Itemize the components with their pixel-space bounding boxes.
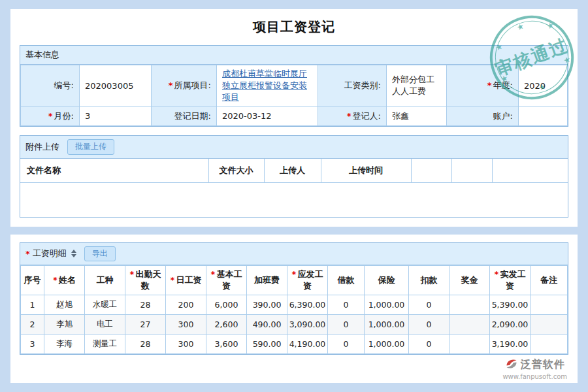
wage-cell: 2,600	[206, 315, 247, 335]
wage-cell: 2	[21, 315, 44, 335]
registrant-value: 张鑫	[387, 106, 447, 126]
attachments-column-header	[411, 159, 451, 183]
wage-cell: 1,000.00	[365, 335, 409, 354]
wage-column-header: *实发工资	[490, 266, 531, 295]
attachments-column-header	[492, 159, 568, 183]
wage-column-header: *基本工资	[206, 266, 247, 295]
wage-cell: 4,190.00	[287, 335, 328, 354]
wage-cell: 赵旭	[44, 295, 85, 315]
wage-cell: 200	[166, 295, 206, 315]
wage-cell: 28	[125, 335, 166, 354]
wage-column-header: *姓名	[44, 266, 85, 295]
required-marker: *	[347, 111, 351, 121]
wage-cell: 0	[328, 335, 365, 354]
project-link[interactable]: 成都杜甫草堂临时展厅独立展柜报警设备安装项目	[222, 69, 307, 102]
wage-cell: 27	[125, 315, 166, 335]
wage-cell: 0	[409, 315, 449, 335]
reg-date-value: 2020-03-12	[217, 106, 318, 126]
year-value: 2020	[519, 65, 568, 106]
sort-toggle-icon[interactable]	[71, 250, 76, 257]
brand-line: 泛普软件	[502, 357, 567, 372]
wage-table-body: 1赵旭水暖工282006,000390.006,390.0001,000.000…	[21, 295, 568, 354]
wage-cell: 0	[328, 315, 365, 335]
wage-column-header: 加班费	[247, 266, 287, 295]
wage-cell	[531, 315, 568, 335]
account-label: 账户:	[447, 106, 519, 126]
wage-column-header: *出勤天数	[125, 266, 166, 295]
required-marker: *	[495, 269, 499, 279]
wage-cell	[531, 295, 568, 315]
wage-details-panel-header: * 工资明细 导出	[20, 243, 568, 266]
wage-cell: 590.00	[247, 335, 287, 354]
wage-cell: 水暖工	[85, 295, 125, 315]
wage-column-header: *日工资	[166, 266, 206, 295]
wage-cell: 李旭	[44, 315, 85, 335]
attachments-column-header	[451, 159, 492, 183]
wage-column-header: 备注	[531, 266, 568, 295]
required-marker: *	[25, 249, 30, 259]
wage-cell	[449, 335, 490, 354]
wage-row[interactable]: 3李海测量工283003,600590.004,190.0001,000.000…	[21, 335, 568, 354]
wage-cell: 300	[166, 315, 206, 335]
wage-cell: 6,390.00	[287, 295, 328, 315]
wage-column-header: 工种	[85, 266, 125, 295]
attachments-column-header: 文件大小	[208, 159, 264, 183]
basic-info-row: *月份: 3 登记日期: 2020-03-12 *登记人: 张鑫 账户:	[21, 106, 568, 126]
wage-column-header: 扣款	[409, 266, 449, 295]
bottom-section: * 工资明细 导出 序号*姓名工种*出勤天数*日工资*基本工资加班费*应发工资借…	[10, 235, 578, 383]
required-marker: *	[211, 269, 216, 279]
wage-cell: 6,000	[206, 295, 247, 315]
attachments-panel: 附件上传 批量上传 文件名称文件大小上传人上传时间	[20, 135, 568, 218]
wage-cell: 300	[166, 335, 206, 354]
export-button[interactable]: 导出	[84, 246, 116, 262]
top-section: 项目工资登记 基本信息 编号: 202003005 *所属项目: 成都杜甫草堂临…	[10, 9, 578, 227]
wage-cell: 2,090.00	[490, 315, 531, 335]
wage-cell: 3,600	[206, 335, 247, 354]
month-label: *月份:	[21, 106, 80, 126]
number-label: 编号:	[21, 65, 80, 106]
required-marker: *	[292, 269, 297, 279]
required-marker: *	[53, 275, 57, 285]
required-marker: *	[48, 111, 53, 121]
reg-date-label: 登记日期:	[152, 106, 217, 126]
wage-details-panel: * 工资明细 导出 序号*姓名工种*出勤天数*日工资*基本工资加班费*应发工资借…	[20, 242, 568, 355]
required-marker: *	[171, 275, 175, 285]
wage-details-title: 工资明细	[33, 248, 67, 259]
attachments-panel-header: 附件上传 批量上传	[20, 136, 568, 159]
wage-cell: 3,190.00	[490, 335, 531, 354]
project-value: 成都杜甫草堂临时展厅独立展柜报警设备安装项目	[217, 65, 318, 106]
wage-cell: 0	[328, 295, 365, 315]
wage-cell: 0	[409, 295, 449, 315]
fanpu-logo-icon	[505, 357, 518, 372]
wage-row[interactable]: 1赵旭水暖工282006,000390.006,390.0001,000.000…	[21, 295, 568, 315]
wage-cell: 测量工	[85, 335, 125, 354]
wage-column-header: 保险	[365, 266, 409, 295]
attachments-column-header: 上传人	[264, 159, 321, 183]
account-value	[519, 106, 568, 126]
month-value: 3	[80, 106, 152, 126]
page-title: 项目工资登记	[20, 18, 568, 36]
wage-cell: 5,390.00	[490, 295, 531, 315]
wage-cell: 490.00	[247, 315, 287, 335]
wage-header-row: 序号*姓名工种*出勤天数*日工资*基本工资加班费*应发工资借款保险扣款奖金*实发…	[21, 266, 568, 295]
wage-cell	[531, 335, 568, 354]
wage-cell: 390.00	[247, 295, 287, 315]
required-marker: *	[130, 269, 135, 279]
wage-row[interactable]: 2李旭电工273002,600490.003,090.0001,000.0002…	[21, 315, 568, 335]
wage-cell: 28	[125, 295, 166, 315]
basic-info-panel-header: 基本信息	[20, 46, 568, 65]
batch-upload-button[interactable]: 批量上传	[67, 139, 114, 155]
basic-info-row: 编号: 202003005 *所属项目: 成都杜甫草堂临时展厅独立展柜报警设备安…	[21, 65, 568, 106]
number-value: 202003005	[80, 65, 152, 106]
brand-url: www.fanpusoft.com	[502, 373, 567, 380]
wage-column-header: *应发工资	[287, 266, 328, 295]
required-marker: *	[169, 80, 173, 90]
attachments-header-row: 文件名称文件大小上传人上传时间	[20, 159, 568, 183]
wage-type-label: 工资类别:	[318, 65, 387, 106]
wage-cell: 李海	[44, 335, 85, 354]
attachments-column-header: 上传时间	[321, 159, 411, 183]
basic-info-title: 基本信息	[25, 49, 59, 61]
wage-column-header: 序号	[21, 266, 44, 295]
wage-cell: 0	[409, 335, 449, 354]
attachments-title: 附件上传	[25, 141, 59, 153]
